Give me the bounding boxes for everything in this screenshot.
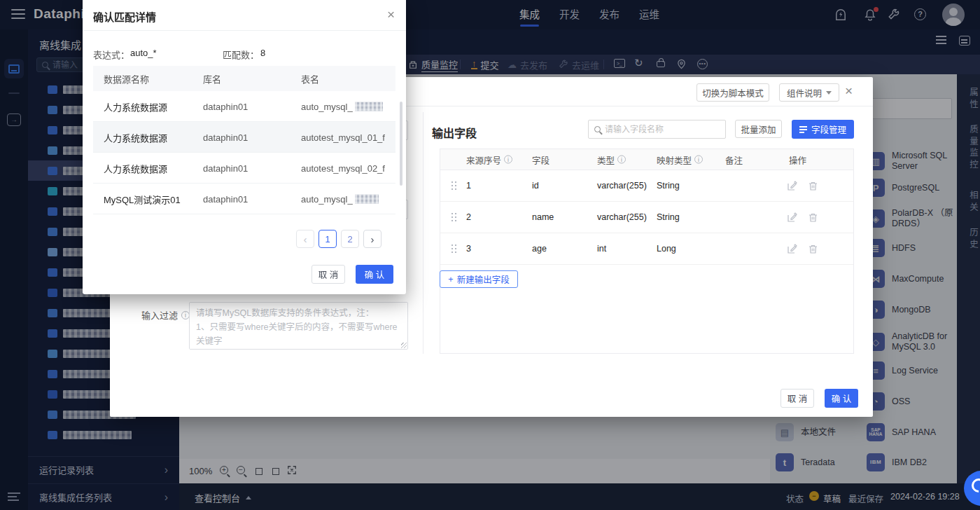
field-row: 2 name varchar(255) String (440, 202, 853, 233)
add-output-field-button[interactable]: + 新建输出字段 (440, 270, 518, 288)
config-cancel-button[interactable]: 取 消 (780, 389, 814, 408)
search-icon (594, 126, 601, 132)
match-dialog-title: 确认匹配详情 (93, 9, 156, 24)
col-note: 备注 (725, 153, 743, 166)
field-row: 3 age int Long (440, 233, 853, 265)
match-detail-dialog: 确认匹配详情 × 表达式： auto_* 匹配数： 8 数据源名称 库名 表名 … (83, 0, 406, 294)
edit-field-icon[interactable] (787, 212, 797, 223)
match-table: 数据源名称 库名 表名 人力系统数据源 dataphin01 auto_mysq… (93, 66, 396, 214)
output-fields-title: 输出字段 (432, 124, 477, 141)
field-search[interactable] (588, 120, 726, 139)
censored-text (355, 102, 383, 111)
field-search-input[interactable] (605, 125, 710, 135)
info-icon[interactable] (617, 156, 626, 164)
match-count-value: 8 (260, 48, 265, 58)
col-table-name: 表名 (301, 72, 319, 85)
info-icon[interactable] (504, 156, 512, 164)
drag-handle-icon[interactable] (451, 244, 457, 253)
batch-add-button[interactable]: 批量添加 (735, 120, 782, 138)
delete-field-icon[interactable] (808, 212, 818, 223)
col-type: 类型 (597, 153, 615, 166)
drag-handle-icon[interactable] (451, 181, 457, 190)
drag-handle-icon[interactable] (451, 213, 457, 221)
output-fields-table: 来源序号 字段 类型 映射类型 备注 操作 1 id varchar(255) … (440, 149, 854, 354)
expression-value: auto_* (130, 48, 157, 58)
col-database-name: 库名 (203, 72, 221, 85)
delete-field-icon[interactable] (808, 181, 818, 191)
col-actions: 操作 (789, 153, 806, 166)
field-manage-icon (799, 129, 807, 130)
config-confirm-button[interactable]: 确 认 (825, 389, 858, 408)
plus-icon: + (448, 275, 453, 284)
input-filter-field (189, 302, 408, 350)
table-scrollbar[interactable] (400, 102, 402, 186)
headset-icon (969, 476, 980, 495)
col-source-no: 来源序号 (466, 153, 501, 166)
delete-field-icon[interactable] (808, 244, 818, 254)
match-confirm-button[interactable]: 确 认 (356, 265, 393, 284)
col-datasource-name: 数据源名称 (104, 72, 149, 85)
component-doc-button[interactable]: 组件说明 (779, 83, 839, 102)
info-icon[interactable] (694, 156, 703, 164)
panel-divider (423, 112, 424, 354)
match-dialog-close-icon[interactable]: × (387, 7, 395, 22)
config-dialog-close-icon[interactable]: × (845, 83, 853, 99)
fields-table-header: 来源序号 字段 类型 映射类型 备注 操作 (440, 149, 853, 170)
input-filter-label: 输入过滤 (141, 308, 178, 322)
dataphin-app: Dataphin 集成 开发 发布 运维 ? → 离线集成 (0, 0, 980, 510)
input-filter-textarea[interactable] (189, 302, 408, 350)
page-prev-button[interactable]: ‹ (296, 230, 314, 248)
chevron-down-icon (826, 91, 832, 97)
page-2-button[interactable]: 2 (341, 230, 359, 248)
page-1-button[interactable]: 1 (318, 230, 337, 248)
col-field: 字段 (532, 153, 550, 166)
edit-field-icon[interactable] (787, 244, 797, 254)
field-manage-button[interactable]: 字段管理 (792, 120, 854, 139)
edit-field-icon[interactable] (787, 181, 797, 191)
page-next-button[interactable]: › (363, 230, 382, 248)
switch-script-mode-button[interactable]: 切换为脚本模式 (696, 83, 769, 102)
field-row: 1 id varchar(255) String (440, 170, 853, 202)
match-count-label: 匹配数： (223, 48, 259, 61)
resize-handle[interactable] (401, 343, 407, 348)
match-row[interactable]: 人力系统数据源 dataphin01 autotest_mysql_01_f (93, 122, 396, 153)
match-row[interactable]: 人力系统数据源 dataphin01 auto_mysql_ (93, 91, 396, 122)
censored-text (355, 194, 379, 203)
match-cancel-button[interactable]: 取 消 (312, 265, 345, 284)
expression-label: 表达式： (93, 48, 130, 61)
match-row[interactable]: MySQL测试演示01 dataphin01 auto_mysql_ (93, 184, 396, 214)
col-map-type: 映射类型 (657, 153, 692, 166)
match-row[interactable]: 人力系统数据源 dataphin01 autotest_mysql_02_f (93, 153, 396, 184)
